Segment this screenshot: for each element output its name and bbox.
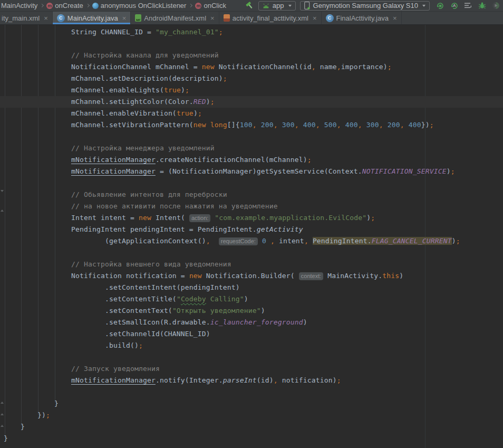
code-token: ) xyxy=(303,318,307,326)
code-line[interactable]: mNotificationManager = (NotificationMana… xyxy=(4,166,503,177)
code-line[interactable]: mChannel.enableVibration(true); xyxy=(4,108,503,119)
fold-marker-icon[interactable] xyxy=(1,190,4,192)
code-token: Intent intent = xyxy=(71,214,139,222)
code-token: 100 xyxy=(240,121,253,129)
tab-activity-final-acttivity-xml[interactable]: activity_final_acttivity.xml × xyxy=(219,12,322,24)
java-class-icon: C xyxy=(57,14,65,22)
tab-close-icon[interactable]: × xyxy=(393,15,397,22)
tab-label: activity_final_acttivity.xml xyxy=(233,14,308,22)
code-line[interactable] xyxy=(4,351,503,363)
breadcrumb-item-class[interactable]: MainActivity xyxy=(1,2,37,9)
code-token: , xyxy=(400,121,404,129)
code-token: .createNotificationChannel(mChannel) xyxy=(156,156,307,164)
code-line[interactable]: .build(); xyxy=(4,340,503,351)
code-area[interactable]: String CHANNEL_ID = "my_channel_01"; // … xyxy=(0,26,503,444)
code-line[interactable] xyxy=(4,386,503,398)
profiler-icon[interactable] xyxy=(492,2,500,9)
code-line[interactable]: mChannel.setLightColor(Color.RED); xyxy=(0,96,503,108)
code-line[interactable] xyxy=(4,131,503,142)
code-line[interactable]: }); xyxy=(4,409,503,421)
code-token: , xyxy=(379,121,383,129)
code-line[interactable] xyxy=(4,247,503,259)
code-token: String CHANNEL_ID = xyxy=(71,28,156,36)
code-line[interactable]: Intent intent = new Intent( action: "com… xyxy=(4,212,503,224)
code-line[interactable]: .setSmallIcon(R.drawable.ic_launcher_for… xyxy=(4,317,503,328)
code-line[interactable] xyxy=(4,177,503,189)
code-line[interactable]: NotificationChannel mChannel = new Notif… xyxy=(4,61,503,73)
code-line[interactable] xyxy=(4,38,503,50)
anonymous-class-icon xyxy=(92,3,99,9)
code-line[interactable]: } xyxy=(4,433,503,444)
code-line[interactable]: mChannel.enableLights(true); xyxy=(4,84,503,96)
code-token: 400 xyxy=(303,121,316,129)
code-token: RED xyxy=(194,98,206,106)
breadcrumb-item-anonymous-class[interactable]: anonymous OnClickListener xyxy=(92,2,187,9)
code-token xyxy=(210,237,219,245)
tab-close-icon[interactable]: × xyxy=(44,15,48,22)
code-line[interactable]: PendingIntent pendingIntent = PendingInt… xyxy=(4,224,503,235)
code-editor[interactable]: String CHANNEL_ID = "my_channel_01"; // … xyxy=(0,25,503,448)
breadcrumb-item-onclick[interactable]: m onClick xyxy=(195,2,226,9)
code-token: ) xyxy=(181,86,185,94)
fold-marker-icon[interactable] xyxy=(1,402,4,404)
breadcrumb-item-oncreate[interactable]: m onCreate xyxy=(46,2,83,9)
run-config-label: app xyxy=(273,2,284,9)
device-selector[interactable]: Genymotion Samsung Galaxy S10 xyxy=(300,1,430,11)
code-line[interactable]: .setContentTitle("Codeby Calling") xyxy=(4,293,503,305)
breadcrumb: MainActivity m onCreate anonymous OnClic… xyxy=(1,2,226,9)
code-line[interactable]: mChannel.setVibrationPattern(new long[]{… xyxy=(4,119,503,131)
code-token: ) xyxy=(399,272,403,280)
code-line[interactable]: // на новое активити после нажатия на ув… xyxy=(4,201,503,212)
debug-bug-icon[interactable] xyxy=(478,2,486,9)
code-line[interactable]: } xyxy=(4,421,503,433)
tab-androidmanifest-xml[interactable]: MF AndroidManifest.xml × xyxy=(131,12,219,24)
fold-marker-icon[interactable] xyxy=(1,413,4,415)
code-token: []{ xyxy=(227,121,240,129)
code-line[interactable]: // Настройка внешнего вида уведомления xyxy=(4,259,503,270)
code-token: name xyxy=(316,63,337,71)
fold-marker-icon[interactable] xyxy=(1,209,4,212)
code-line[interactable]: // Обьявление интентов для переброски xyxy=(4,189,503,201)
code-token: Notification.Builder( xyxy=(202,272,299,280)
code-token: action: xyxy=(189,214,210,222)
code-token: this xyxy=(382,272,399,280)
tab-close-icon[interactable]: × xyxy=(313,15,317,22)
code-line[interactable]: mNotificationManager.notify(Integer.pars… xyxy=(4,375,503,386)
code-line[interactable]: // Запуск уведомления xyxy=(4,363,503,375)
code-token: ic_launcher_foreground xyxy=(210,318,303,326)
code-line[interactable]: .setContentIntent(pendingIntent) xyxy=(4,282,503,293)
tab-finalacttivity-java[interactable]: C FinalActtivity.java × xyxy=(322,12,402,24)
code-line[interactable]: mNotificationManager.createNotificationC… xyxy=(4,154,503,166)
method-icon: m xyxy=(195,3,201,9)
tab-mainactivity-java[interactable]: C MainActivity.java × xyxy=(53,12,131,24)
code-token: ) xyxy=(194,109,198,117)
run-tasks-list-icon[interactable] xyxy=(465,2,472,9)
code-line[interactable]: // Настройка менеджера уведомлений xyxy=(4,142,503,154)
run-config-selector[interactable]: app xyxy=(258,1,296,11)
code-token xyxy=(257,121,261,129)
apply-changes-icon[interactable] xyxy=(436,2,444,10)
code-line[interactable]: .setContentText("Открыть уведомление") xyxy=(4,305,503,317)
code-token: Calling" xyxy=(206,295,244,303)
fold-marker-icon[interactable] xyxy=(1,425,4,427)
code-line[interactable]: String CHANNEL_ID = "my_channel_01"; xyxy=(4,26,503,38)
android-icon xyxy=(263,3,269,8)
tab-activity-main-xml[interactable]: ity_main.xml × xyxy=(0,12,53,24)
apply-code-changes-icon[interactable]: A xyxy=(450,2,459,10)
code-line[interactable]: (getApplicationContext(), requestCode: 0… xyxy=(4,235,503,247)
tab-label: ity_main.xml xyxy=(2,14,40,22)
phone-icon xyxy=(304,2,310,9)
build-hammer-icon[interactable] xyxy=(245,1,254,10)
code-token xyxy=(299,121,303,129)
code-line[interactable]: .setChannelId(CHANNEL_ID) xyxy=(4,328,503,340)
code-token xyxy=(320,121,324,129)
code-token: , xyxy=(270,237,275,245)
code-line[interactable]: Notification notification = new Notifica… xyxy=(4,270,503,282)
code-token: ; xyxy=(451,167,455,175)
code-line[interactable]: // Настройка канала для уведомлений xyxy=(4,50,503,61)
code-line[interactable]: } xyxy=(4,398,503,409)
tab-close-icon[interactable]: × xyxy=(210,15,215,22)
code-line[interactable]: mChannel.setDescription(description); xyxy=(4,73,503,84)
code-token: intent xyxy=(275,237,304,245)
tab-close-icon[interactable]: × xyxy=(122,15,127,22)
